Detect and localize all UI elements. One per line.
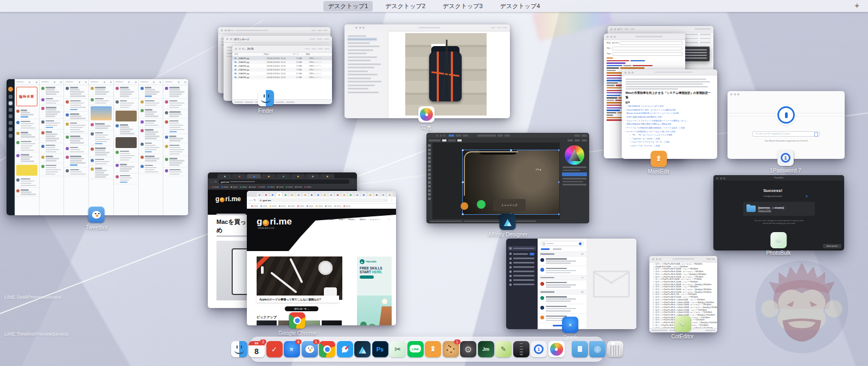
tweetbot-column[interactable] (114, 79, 139, 215)
tweet-row[interactable] (40, 154, 64, 163)
bookmark-item[interactable] (231, 187, 238, 188)
tweet-row[interactable] (114, 85, 138, 99)
window-marsedit-preview[interactable]: Macの作業効率を向上させる『システム環境設定』の初期設定一覧 設定 一般の初期… (622, 69, 717, 159)
app-label-coteditor[interactable]: ✎CotEditor (671, 316, 694, 339)
bookmark-item[interactable] (288, 206, 295, 207)
color-wheel[interactable] (565, 145, 584, 165)
browser-tab[interactable] (276, 174, 290, 178)
mailbox-item[interactable] (508, 246, 536, 251)
tweet-row[interactable] (89, 131, 113, 146)
bookmark-item[interactable] (221, 187, 228, 188)
finder-file-list[interactable]: _ZUA0981.jpg2020年10月28日 23:147.3 MBJPEGイ… (232, 56, 332, 79)
tweet-row[interactable] (163, 168, 188, 177)
tool-icon[interactable] (428, 185, 431, 188)
article-link[interactable]: キーボードの初期設定:キーボードをより使いやすく設定 (626, 130, 713, 134)
tweet-row[interactable] (15, 108, 39, 119)
tweet-row[interactable] (64, 121, 88, 134)
pickup-thumbnail[interactable] (322, 320, 342, 325)
article-link[interactable]: セキュリティとプライバシーの初期設定:パスワードの要求は「すぐに」 (626, 119, 713, 123)
browser-tab[interactable] (374, 192, 380, 197)
finder-path-bar[interactable] (232, 99, 332, 104)
column-header[interactable]: サイズ (293, 53, 305, 55)
browser-tab[interactable] (320, 174, 334, 178)
tool-icon[interactable] (428, 144, 431, 147)
bookmark-item[interactable] (270, 206, 277, 207)
dock-chrome[interactable] (319, 341, 335, 357)
tweetbot-nav-icon[interactable] (9, 121, 12, 125)
window-affinity-designer[interactable]: 47% ▮ ミュージック (426, 133, 589, 223)
hero-image-cables[interactable] (257, 256, 342, 300)
browser-tab[interactable] (247, 174, 261, 178)
bookmark-item[interactable] (267, 187, 275, 188)
app-label-tweetbot[interactable]: Tweetbot (86, 207, 108, 230)
site-nav[interactable]: Mac ▾iPad ▾iPhone ▾Watch ▾レビュー ▾ (330, 219, 380, 221)
window-1password[interactable]: Your Master Password is required to use … (727, 91, 845, 159)
article-sublink[interactable]: 「F1」「F2」をファンクションキーとして使用 (630, 133, 713, 137)
bookmark-item[interactable] (240, 187, 247, 188)
article-sublink[interactable]: フルキーボードアクセスを「すべて」に設定 (630, 140, 713, 144)
tweet-row[interactable] (139, 119, 163, 128)
browser-tab[interactable] (270, 192, 276, 197)
tool-icon[interactable] (428, 181, 431, 184)
bookmark-item[interactable] (286, 187, 293, 188)
bookmark-item[interactable] (279, 206, 286, 207)
browser-tab[interactable] (261, 174, 276, 178)
window-controls[interactable] (716, 177, 725, 179)
tweet-row[interactable] (163, 99, 188, 110)
dock-cookie[interactable]: 1 (443, 341, 459, 357)
browser-tab[interactable] (341, 192, 347, 197)
browser-tab[interactable] (315, 192, 321, 197)
browser-tab[interactable] (322, 192, 328, 197)
window-controls[interactable] (355, 27, 365, 29)
tweet-row[interactable] (139, 99, 163, 108)
table-row[interactable]: _ZUA0986.jpg2020年10月28日 23:147.1 MBJPEGイ… (232, 75, 332, 79)
tweet-row[interactable] (163, 85, 188, 99)
dock-folder-downloads[interactable]: ↓ (589, 341, 605, 357)
tweet-row[interactable] (163, 119, 188, 134)
affinity-tool-palette[interactable] (426, 143, 432, 219)
tweet-row[interactable] (40, 105, 64, 119)
tweet-row[interactable] (64, 145, 88, 155)
app-label-finder[interactable]: Finder (258, 90, 274, 114)
dock-calendar[interactable]: 8月82 (248, 341, 265, 357)
tweet-row[interactable] (64, 99, 88, 112)
browser-tab[interactable] (296, 192, 302, 197)
dock-line[interactable]: LINE (407, 341, 424, 357)
search-icon[interactable]: ○ (388, 217, 390, 221)
window-controls[interactable] (652, 258, 661, 260)
blog-field-value[interactable]: gori.me (612, 42, 618, 44)
dock-jm[interactable]: Jm (478, 341, 494, 357)
selection-handle[interactable] (510, 149, 512, 151)
tweet-row[interactable] (163, 110, 188, 119)
tweet-row[interactable] (139, 85, 163, 99)
tweet-row[interactable] (89, 97, 113, 106)
tweet-row[interactable] (163, 134, 188, 143)
tool-icon[interactable] (428, 173, 431, 176)
window-controls[interactable] (436, 134, 445, 137)
tweet-row[interactable] (15, 152, 39, 164)
tweetbot-column[interactable] (163, 79, 188, 215)
tweetbot-nav-icon[interactable] (9, 95, 12, 99)
address-bar[interactable]: gori.me (219, 179, 349, 184)
bookmarks-bar[interactable] (208, 185, 357, 190)
tool-icon[interactable] (428, 157, 431, 159)
article-link[interactable]: 一般の初期設定:スクロールバーを常に表示 (626, 105, 713, 108)
mailbox-item[interactable] (509, 275, 534, 277)
browser-tab[interactable] (380, 192, 386, 197)
bookmark-item[interactable] (297, 206, 304, 207)
tweet-row[interactable] (139, 154, 163, 163)
table-row[interactable]: _ZUA0982.jpg2020年10月28日 23:147.3 MBJPEGイ… (232, 60, 332, 64)
browser-tab[interactable] (361, 192, 367, 197)
bookmark-item[interactable] (307, 206, 314, 207)
window-controls[interactable] (235, 48, 244, 50)
tab-strip[interactable] (247, 191, 396, 197)
window-controls[interactable] (221, 29, 230, 31)
mailbox-item[interactable] (509, 266, 534, 268)
window-controls[interactable] (607, 36, 616, 38)
nav-item[interactable]: iPad ▾ (339, 219, 344, 221)
browser-tab[interactable] (328, 192, 334, 197)
gorime-logo[interactable]: gri.me (257, 216, 292, 227)
tweetbot-nav-icon[interactable] (9, 127, 12, 131)
table-row[interactable]: _ZUA0985.jpg2020年10月28日 23:147.2 MBJPEGイ… (232, 72, 332, 75)
browser-tab[interactable] (354, 192, 360, 197)
